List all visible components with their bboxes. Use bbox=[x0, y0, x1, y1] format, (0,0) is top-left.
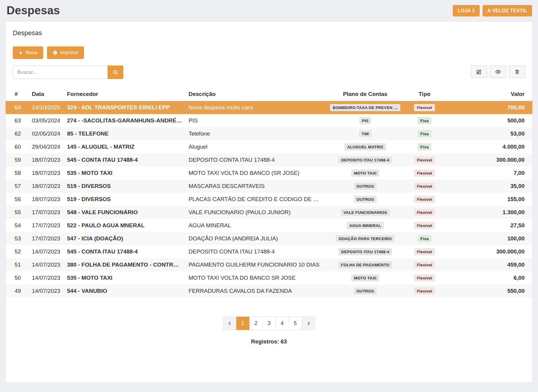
expenses-table-body: 64 14/10/2025 324 - ADL TRANSPORTES EIRE… bbox=[6, 101, 532, 298]
row-date: 18/07/2023 bbox=[29, 193, 64, 206]
row-value: 459,00 bbox=[444, 258, 532, 271]
pagination-page[interactable]: 5 bbox=[289, 317, 302, 330]
pagination-pages: 12345 bbox=[237, 317, 302, 330]
row-value: 300.000,00 bbox=[444, 153, 532, 167]
delete-button[interactable] bbox=[509, 66, 525, 78]
table-row[interactable]: 52 14/07/2023 545 - CONTA ITAU 17488-4 D… bbox=[6, 245, 532, 258]
type-badge: Flexível bbox=[414, 104, 435, 111]
row-description: VALE FUNCIONARIO (PAULO JUNIOR) bbox=[186, 206, 325, 219]
type-badge: Flexível bbox=[414, 248, 435, 255]
chevron-right-icon bbox=[306, 321, 311, 326]
table-row[interactable]: 54 17/07/2023 522 - PAULO AGUA MNERAL AG… bbox=[6, 219, 532, 232]
account-badge: MOTO TAXI bbox=[351, 274, 379, 281]
row-description: DEPOSITO CONTA ITAU 17488-4 bbox=[186, 245, 325, 258]
pagination-page[interactable]: 4 bbox=[276, 317, 289, 330]
account-badge: DOAÇÃO PARA TERCEIRO bbox=[336, 235, 394, 242]
row-description: PAGAMENTO GUILHERM FUNCIONARIO 10 DIAS bbox=[186, 258, 325, 271]
row-date: 14/07/2023 bbox=[29, 271, 64, 284]
column-header-supplier: Fornecedor bbox=[64, 87, 186, 101]
table-row[interactable]: 50 14/07/2023 535 - MOTO TAXI MOTO TAXI … bbox=[6, 271, 532, 284]
row-value: 27,50 bbox=[444, 219, 532, 232]
account-badge: OUTROS bbox=[354, 183, 377, 190]
column-header-date: Data bbox=[29, 87, 64, 101]
new-button-label: Nova bbox=[26, 50, 38, 56]
plus-icon bbox=[18, 51, 23, 55]
printer-icon bbox=[53, 50, 57, 55]
pagination: 12345 bbox=[6, 317, 532, 330]
store-button[interactable]: LOJA 1 bbox=[453, 5, 480, 16]
search-row bbox=[6, 66, 532, 79]
account-badge: OUTROS bbox=[354, 196, 377, 203]
row-id: 58 bbox=[6, 167, 29, 180]
new-button[interactable]: Nova bbox=[13, 46, 43, 59]
row-description: Telefone bbox=[186, 127, 325, 140]
row-id: 57 bbox=[6, 180, 29, 193]
table-row[interactable]: 51 14/07/2023 380 - FOLHA DE PAGAMENTO -… bbox=[6, 258, 532, 271]
table-row[interactable]: 56 18/07/2023 519 - DIVERSOS PLACAS CART… bbox=[6, 193, 532, 206]
table-row[interactable]: 58 18/07/2023 535 - MOTO TAXI MOTO TAXI … bbox=[6, 167, 532, 180]
row-date: 02/05/2024 bbox=[29, 127, 64, 140]
row-description: Aluguel bbox=[186, 140, 325, 153]
type-badge: Flexível bbox=[414, 169, 435, 177]
table-row[interactable]: 57 18/07/2023 519 - DIVERSOS MASCARAS DE… bbox=[6, 180, 532, 193]
row-id: 51 bbox=[6, 258, 29, 271]
toolbar: Nova Imprimir bbox=[6, 46, 532, 59]
row-description: MOTO TAXI VOLTA DO BANCO SR JOSE bbox=[186, 271, 325, 284]
row-id: 62 bbox=[6, 127, 29, 140]
search-button[interactable] bbox=[108, 66, 123, 79]
row-id: 55 bbox=[6, 206, 29, 219]
table-row[interactable]: 62 02/05/2024 85 - TELEFONE Telefone TIM… bbox=[6, 127, 532, 140]
table-row[interactable]: 53 17/07/2023 547 - ICIA (DOAÇÃO) DOAÇÃO… bbox=[6, 232, 532, 245]
table-row[interactable]: 49 14/07/2023 544 - VANUBIO FERRADURAS C… bbox=[6, 284, 532, 298]
row-description: FERRADURAS CAVALOS DA FAZENDA bbox=[186, 284, 325, 298]
expenses-card: Despesas Nova Imprimir bbox=[5, 21, 533, 383]
pagination-prev[interactable] bbox=[223, 317, 237, 330]
search-icon bbox=[113, 70, 118, 75]
top-bar: Despesas LOJA 1 A VELOZ TEXTIL bbox=[0, 0, 538, 19]
row-supplier: 145 - ALUGUEL - MATRIZ bbox=[64, 140, 186, 153]
type-badge: Flexível bbox=[414, 156, 435, 164]
company-button[interactable]: A VELOZ TEXTIL bbox=[483, 5, 532, 16]
account-badge: FOLHA DE PAGAMENTO bbox=[338, 261, 392, 268]
table-row[interactable]: 63 03/05/2024 274 - -SACOLITAS-GARANHUNS… bbox=[6, 114, 532, 127]
view-button[interactable] bbox=[490, 66, 506, 78]
row-value: 300.000,00 bbox=[444, 245, 532, 258]
account-badge: DEPOSITO ITAU 17488-4 bbox=[338, 156, 392, 164]
account-badge: DEPOSITO ITAU 17488-4 bbox=[338, 248, 392, 255]
table-row[interactable]: 60 29/04/2024 145 - ALUGUEL - MATRIZ Alu… bbox=[6, 140, 532, 153]
print-button[interactable]: Imprimir bbox=[47, 46, 84, 59]
row-description: MOTO TAXI VOLTA DO BANCO (SR JOSE) bbox=[186, 167, 325, 180]
table-row[interactable]: 64 14/10/2025 324 - ADL TRANSPORTES EIRE… bbox=[6, 101, 532, 114]
search-group bbox=[13, 66, 123, 79]
pagination-next[interactable] bbox=[302, 317, 315, 330]
row-supplier: 535 - MOTO TAXI bbox=[64, 271, 186, 284]
row-date: 14/07/2023 bbox=[29, 258, 64, 271]
pagination-page[interactable]: 1 bbox=[236, 317, 250, 330]
type-badge: Flexível bbox=[414, 287, 435, 295]
row-id: 50 bbox=[6, 271, 29, 284]
search-input[interactable] bbox=[13, 66, 108, 79]
type-badge: Fixa bbox=[418, 130, 431, 137]
type-badge: Flexível bbox=[414, 209, 435, 216]
pagination-page[interactable]: 3 bbox=[262, 317, 276, 330]
account-badge: ALUGUEL MATRIZ bbox=[344, 143, 386, 150]
row-supplier: 519 - DIVERSOS bbox=[64, 193, 186, 206]
table-row[interactable]: 55 17/07/2023 548 - VALE FUNCIONÁRIO VAL… bbox=[6, 206, 532, 219]
table-row[interactable]: 59 18/07/2023 545 - CONTA ITAU 17488-4 D… bbox=[6, 153, 532, 167]
row-value: 35,00 bbox=[444, 180, 532, 193]
type-badge: Flexível bbox=[414, 196, 435, 203]
row-value: 550,00 bbox=[444, 284, 532, 298]
row-date: 14/07/2023 bbox=[29, 284, 64, 298]
pagination-page[interactable]: 2 bbox=[249, 317, 263, 330]
row-value: 100,00 bbox=[444, 232, 532, 245]
table-header-row: # Data Fornecedor Descrição Plano de Con… bbox=[6, 87, 532, 101]
type-badge: Flexível bbox=[414, 183, 435, 190]
edit-icon bbox=[476, 69, 482, 75]
account-badge: BOMBEIRO-TAXA DE PREVEN … bbox=[330, 104, 400, 111]
column-header-type: Tipo bbox=[405, 87, 444, 101]
row-date: 14/07/2023 bbox=[29, 245, 64, 258]
edit-button[interactable] bbox=[471, 66, 487, 78]
account-badge: PIS bbox=[359, 117, 371, 124]
column-header-value: Valor bbox=[444, 87, 532, 101]
type-badge: Fixa bbox=[418, 117, 431, 124]
